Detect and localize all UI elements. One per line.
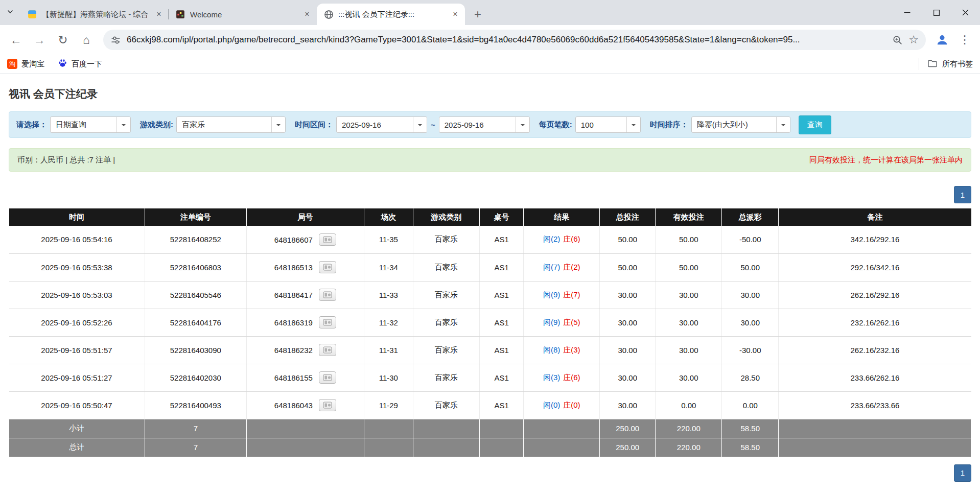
cell-game-type: 百家乐 (413, 336, 479, 364)
total-total-bet: 250.00 (600, 438, 656, 457)
tab-search-button[interactable] (0, 0, 20, 25)
video-replay-button[interactable] (319, 233, 336, 246)
date-range-label: 时间区间： (295, 120, 333, 130)
forward-button[interactable]: → (29, 29, 50, 51)
bookmark-star-icon[interactable]: ☆ (908, 33, 919, 46)
cell-note: 262.16/292.16 (779, 281, 971, 309)
cell-payout: 28.50 (722, 364, 779, 391)
video-replay-button[interactable] (319, 399, 336, 411)
table-row: 2025-09-16 05:51:27 522816402030 6481861… (9, 364, 971, 391)
subtotal-count: 7 (145, 419, 247, 438)
cell-bet-id: 522816403090 (145, 336, 247, 364)
close-window-button[interactable] (951, 0, 980, 25)
chevron-down-icon[interactable] (516, 117, 529, 132)
cell-total-bet[interactable]: 30.00 (600, 364, 656, 391)
table-row: 2025-09-16 05:51:57 522816403090 6481862… (9, 336, 971, 364)
tab-welcome[interactable]: Welcome × (169, 4, 317, 25)
cell-round: 648186155 (247, 364, 364, 391)
cell-session: 11-29 (364, 391, 413, 419)
cell-total-bet[interactable]: 30.00 (600, 281, 656, 309)
cell-bet-id: 522816402030 (145, 364, 247, 391)
site-settings-icon[interactable] (110, 35, 121, 45)
table-footer: 小计 7 250.00 220.00 58.50 总计 7 250.00 220… (9, 419, 971, 457)
page-1-button[interactable]: 1 (954, 186, 971, 203)
sort-order-select[interactable]: 降幂(由大到小) (691, 116, 790, 133)
cell-round: 648186232 (247, 336, 364, 364)
cell-time: 2025-09-16 05:51:57 (9, 336, 145, 364)
col-round: 局号 (247, 208, 364, 226)
video-replay-button[interactable] (319, 371, 336, 384)
minimize-button[interactable] (893, 0, 922, 25)
new-tab-button[interactable]: + (469, 6, 486, 23)
cell-table: AS1 (479, 336, 524, 364)
date-from-select[interactable]: 2025-09-16 (336, 116, 427, 133)
cell-game-type: 百家乐 (413, 364, 479, 391)
chevron-down-icon[interactable] (116, 117, 130, 132)
video-replay-button[interactable] (319, 289, 336, 301)
window-controls (893, 0, 980, 25)
chevron-down-icon[interactable] (626, 117, 640, 132)
cell-bet-id: 522816404176 (145, 309, 247, 336)
close-tab-icon[interactable]: × (301, 9, 313, 20)
page-content: 视讯 会员下注纪录 请选择： 日期查询 游戏类别: 百家乐 时间区间： 2025… (0, 87, 980, 482)
cell-time: 2025-09-16 05:54:16 (9, 226, 145, 253)
cell-game-type: 百家乐 (413, 309, 479, 336)
cell-result: 闲(7)庄(2) (524, 253, 600, 281)
cell-total-bet[interactable]: 30.00 (600, 309, 656, 336)
cell-note: 292.16/342.16 (779, 253, 971, 281)
query-mode-select[interactable]: 日期查询 (50, 116, 131, 133)
video-replay-button[interactable] (319, 261, 336, 273)
profile-avatar[interactable] (932, 30, 952, 50)
video-replay-button[interactable] (319, 316, 336, 328)
browser-menu-icon[interactable]: ⋮ (954, 30, 975, 50)
cell-valid-bet: 30.00 (656, 281, 722, 309)
cell-payout: -50.00 (722, 226, 779, 253)
bookmark-aitaobao[interactable]: 淘 爱淘宝 (7, 59, 44, 69)
zoom-icon[interactable] (892, 35, 903, 45)
cell-payout: 0.00 (722, 391, 779, 419)
range-separator: ~ (431, 121, 435, 129)
game-favicon-icon (175, 9, 185, 19)
reload-button[interactable]: ↻ (52, 29, 74, 51)
pagination-top: 1 (9, 186, 971, 203)
chevron-down-icon[interactable] (271, 117, 285, 132)
table-row: 2025-09-16 05:53:38 522816406803 6481865… (9, 253, 971, 281)
col-total-bet: 总投注 (600, 208, 656, 226)
chevron-down-icon[interactable] (413, 117, 427, 132)
search-button[interactable]: 查询 (799, 115, 831, 134)
url-bar[interactable]: 66cxkj98.com/ipl/portal.php/game/betreco… (103, 30, 926, 50)
cell-time: 2025-09-16 05:52:26 (9, 309, 145, 336)
game-type-label: 游戏类别: (140, 120, 173, 130)
date-to-select[interactable]: 2025-09-16 (439, 116, 530, 133)
back-button[interactable]: ← (5, 29, 27, 51)
cell-result: 闲(3)庄(6) (524, 364, 600, 391)
cell-valid-bet: 0.00 (656, 391, 722, 419)
close-tab-icon[interactable]: × (450, 9, 461, 20)
bookmarks-bar: 淘 爱淘宝 百度一下 所有书签 (0, 55, 980, 74)
browser-window: 【新提醒】海燕策略论坛 - 综合 × Welcome × :::视讯 会员下注纪… (0, 0, 980, 74)
video-replay-button[interactable] (319, 344, 336, 356)
cell-result: 闲(8)庄(3) (524, 336, 600, 364)
chevron-down-icon[interactable] (776, 117, 790, 132)
total-count: 7 (145, 438, 247, 457)
all-bookmarks-button[interactable]: 所有书签 (919, 58, 973, 70)
tab-title: :::视讯 会员下注纪录::: (338, 10, 445, 19)
per-page-select[interactable]: 100 (575, 116, 641, 133)
maximize-button[interactable] (922, 0, 951, 25)
cell-total-bet[interactable]: 30.00 (600, 391, 656, 419)
close-tab-icon[interactable]: × (153, 9, 165, 20)
table-row: 2025-09-16 05:53:03 522816405546 6481864… (9, 281, 971, 309)
bookmark-label: 百度一下 (72, 59, 102, 69)
subtotal-label: 小计 (9, 419, 145, 438)
page-1-button[interactable]: 1 (954, 464, 971, 482)
per-page-label: 每页笔数: (539, 120, 572, 130)
cell-total-bet[interactable]: 50.00 (600, 226, 656, 253)
cell-total-bet[interactable]: 30.00 (600, 336, 656, 364)
home-button[interactable]: ⌂ (76, 29, 97, 51)
game-type-select[interactable]: 百家乐 (176, 116, 286, 133)
bookmark-baidu[interactable]: 百度一下 (58, 58, 102, 69)
tab-bet-records[interactable]: :::视讯 会员下注纪录::: × (317, 4, 465, 25)
tab-forum[interactable]: 【新提醒】海燕策略论坛 - 综合 × (20, 4, 169, 25)
sort-label: 时间排序： (650, 120, 688, 130)
cell-total-bet[interactable]: 50.00 (600, 253, 656, 281)
